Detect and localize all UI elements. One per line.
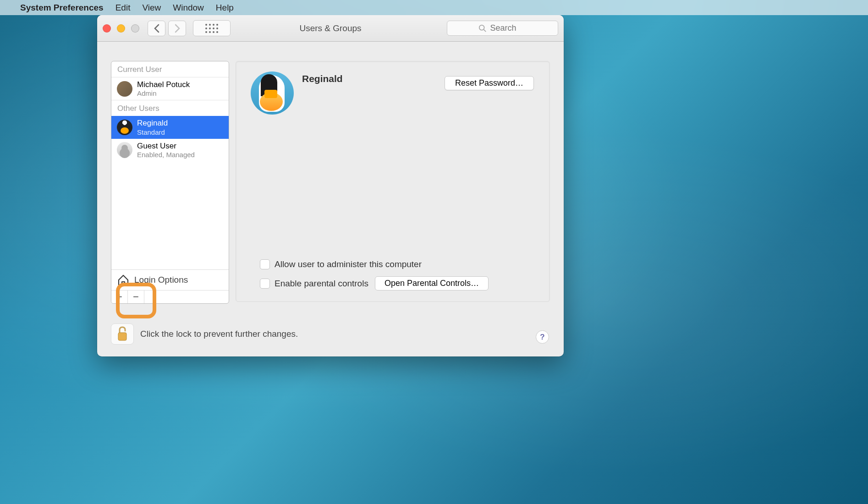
lock-bar: Click the lock to prevent further change… bbox=[111, 323, 550, 345]
unlock-icon bbox=[116, 326, 129, 342]
search-input[interactable] bbox=[490, 23, 527, 33]
user-info: Guest User Enabled, Managed bbox=[137, 142, 195, 159]
svg-line-1 bbox=[483, 29, 486, 32]
admin-checkbox-label: Allow user to administer this computer bbox=[275, 259, 422, 269]
avatar-icon bbox=[117, 142, 132, 158]
zoom-window-icon bbox=[131, 24, 139, 33]
parental-checkbox[interactable] bbox=[260, 279, 270, 289]
user-list-sidebar: Current User Michael Potuck Admin Other … bbox=[111, 61, 229, 304]
menu-help[interactable]: Help bbox=[216, 3, 234, 13]
user-name: Guest User bbox=[137, 142, 195, 151]
user-role: Enabled, Managed bbox=[137, 151, 195, 159]
avatar-icon bbox=[117, 120, 132, 135]
reset-password-button[interactable]: Reset Password… bbox=[445, 76, 534, 90]
user-info: Reginald Standard bbox=[137, 119, 168, 136]
search-icon bbox=[478, 24, 487, 33]
forward-button bbox=[168, 21, 186, 36]
back-button[interactable] bbox=[148, 21, 165, 36]
menu-app[interactable]: System Preferences bbox=[20, 3, 104, 13]
traffic-lights bbox=[103, 24, 139, 33]
admin-checkbox-row: Allow user to administer this computer bbox=[260, 259, 535, 269]
avatar-icon bbox=[117, 81, 132, 97]
detail-user-name: Reginald bbox=[302, 73, 343, 84]
admin-checkbox[interactable] bbox=[260, 259, 270, 269]
add-user-button[interactable]: + bbox=[111, 290, 128, 303]
user-info: Michael Potuck Admin bbox=[137, 80, 190, 97]
help-button[interactable]: ? bbox=[536, 330, 549, 344]
minimize-window-icon[interactable] bbox=[117, 24, 125, 33]
menu-window[interactable]: Window bbox=[173, 3, 204, 13]
user-row-guest[interactable]: Guest User Enabled, Managed bbox=[111, 139, 229, 161]
house-icon bbox=[117, 274, 130, 286]
remove-user-button[interactable]: − bbox=[128, 290, 144, 303]
menubar: System Preferences Edit View Window Help bbox=[0, 0, 868, 15]
grid-icon bbox=[205, 24, 218, 33]
chevron-left-icon bbox=[154, 24, 160, 33]
lock-text: Click the lock to prevent further change… bbox=[140, 329, 298, 339]
title-bar: Users & Groups bbox=[97, 15, 564, 42]
chevron-right-icon bbox=[174, 24, 181, 33]
current-user-row[interactable]: Michael Potuck Admin bbox=[111, 77, 229, 100]
user-avatar-large[interactable] bbox=[251, 71, 294, 115]
parental-checkbox-label: Enable parental controls bbox=[275, 279, 368, 289]
lock-button[interactable] bbox=[111, 323, 134, 345]
preferences-window: Users & Groups Current User Michael Potu… bbox=[97, 15, 564, 356]
other-users-header: Other Users bbox=[111, 100, 229, 116]
login-options-row[interactable]: Login Options bbox=[111, 269, 229, 290]
search-field[interactable] bbox=[447, 21, 558, 36]
current-user-header: Current User bbox=[111, 61, 229, 77]
add-remove-bar: + − bbox=[111, 290, 229, 303]
show-all-button[interactable] bbox=[193, 20, 231, 36]
svg-rect-2 bbox=[118, 333, 126, 340]
content-area: Current User Michael Potuck Admin Other … bbox=[97, 42, 564, 318]
login-options-label: Login Options bbox=[134, 275, 188, 285]
user-name: Reginald bbox=[137, 119, 168, 128]
open-parental-controls-button[interactable]: Open Parental Controls… bbox=[375, 276, 489, 290]
user-detail-panel: Reginald Reset Password… Allow user to a… bbox=[236, 61, 550, 302]
user-role: Admin bbox=[137, 89, 190, 97]
user-name: Michael Potuck bbox=[137, 80, 190, 89]
close-window-icon[interactable] bbox=[103, 24, 111, 33]
user-row-reginald[interactable]: Reginald Standard bbox=[111, 116, 229, 138]
window-title: Users & Groups bbox=[299, 23, 361, 33]
parental-checkbox-row: Enable parental controls Open Parental C… bbox=[260, 276, 535, 290]
user-role: Standard bbox=[137, 128, 168, 136]
options-group: Allow user to administer this computer E… bbox=[260, 259, 535, 290]
svg-point-0 bbox=[479, 25, 484, 30]
menu-view[interactable]: View bbox=[142, 3, 161, 13]
menu-edit[interactable]: Edit bbox=[115, 3, 131, 13]
nav-buttons bbox=[148, 21, 186, 36]
